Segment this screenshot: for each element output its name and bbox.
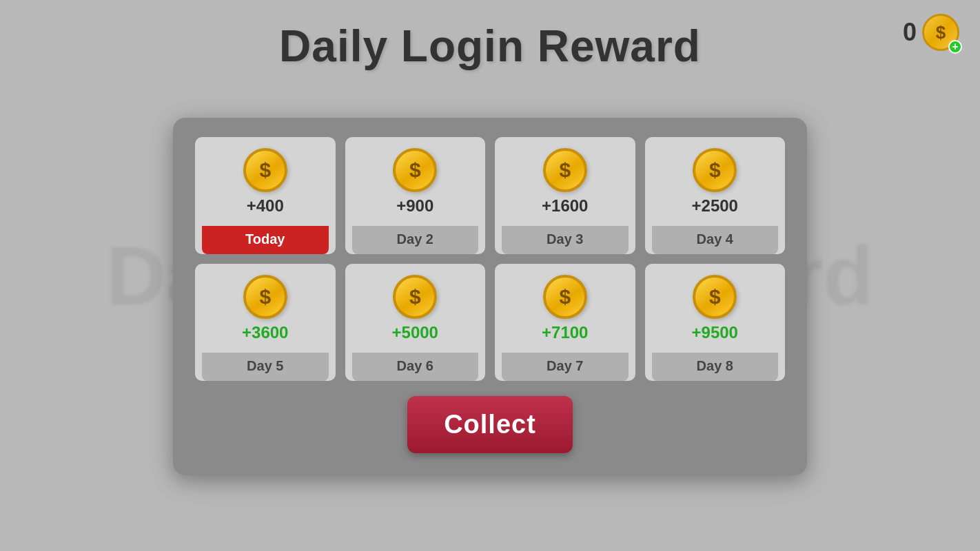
coin-icon-day7: $ (543, 275, 587, 319)
reward-amount-day5: +3600 (242, 323, 288, 342)
reward-day-day4: Day 4 (652, 226, 779, 254)
reward-day-day3: Day 3 (502, 226, 629, 254)
coin-icon-day6: $ (393, 275, 437, 319)
coin-icon-day3: $ (543, 148, 587, 192)
reward-card-today: $+400Today (195, 137, 336, 254)
reward-card-day2: $+900Day 2 (345, 137, 486, 254)
reward-day-day8: Day 8 (652, 353, 779, 381)
coin-icon-day2: $ (393, 148, 437, 192)
reward-card-day4: $+2500Day 4 (645, 137, 786, 254)
coin-icon-today: $ (243, 148, 287, 192)
reward-dialog: $+400Today$+900Day 2$+1600Day 3$+2500Day… (173, 118, 807, 475)
reward-card-day6: $+5000Day 6 (345, 264, 486, 381)
reward-card-day7: $+7100Day 7 (495, 264, 635, 381)
reward-card-day5: $+3600Day 5 (195, 264, 336, 381)
reward-amount-day8: +9500 (692, 323, 738, 342)
reward-amount-day4: +2500 (692, 196, 738, 216)
reward-day-day2: Day 2 (352, 226, 479, 254)
coin-icon-day4: $ (693, 148, 737, 192)
add-currency-button[interactable]: + (948, 40, 962, 54)
reward-day-day7: Day 7 (502, 353, 629, 381)
reward-amount-day7: +7100 (542, 323, 588, 342)
reward-amount-today: +400 (247, 196, 284, 216)
reward-grid: $+400Today$+900Day 2$+1600Day 3$+2500Day… (195, 137, 785, 381)
currency-display: 0 $ + (903, 14, 959, 51)
reward-amount-day2: +900 (396, 196, 433, 216)
reward-amount-day3: +1600 (542, 196, 588, 216)
reward-amount-day6: +5000 (392, 323, 438, 342)
reward-card-day8: $+9500Day 8 (645, 264, 786, 381)
reward-card-day3: $+1600Day 3 (495, 137, 635, 254)
coin-icon-container[interactable]: $ + (922, 14, 959, 51)
coin-icon-day5: $ (243, 275, 287, 319)
coin-icon-day8: $ (693, 275, 737, 319)
reward-day-today: Today (202, 226, 329, 254)
currency-count: 0 (903, 18, 917, 47)
collect-button[interactable]: Collect (407, 396, 573, 453)
page-title: Daily Login Reward (279, 21, 701, 72)
reward-day-day5: Day 5 (202, 353, 329, 381)
reward-day-day6: Day 6 (352, 353, 479, 381)
